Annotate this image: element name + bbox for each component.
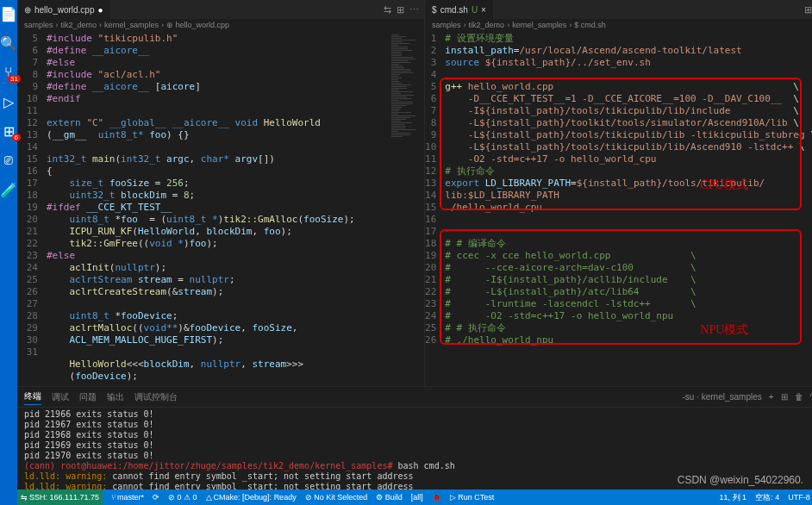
tab-hello-world[interactable]: ⊕ hello_world.cpp ● <box>17 0 110 19</box>
status-build[interactable]: ⚙ Build <box>376 493 403 502</box>
terminal-selector[interactable]: -su · kernel_samples <box>683 392 762 402</box>
modified-dot-icon: ● <box>98 5 103 15</box>
panel-tab-terminal[interactable]: 终端 <box>24 389 41 405</box>
source-control-icon[interactable]: ⑂ <box>0 64 17 81</box>
left-minimap[interactable] <box>390 31 424 386</box>
status-bar: ⇋ SSH: 166.111.71.75 ⑂ master* ⟳ ⊘ 0 ⚠ 0… <box>17 489 812 505</box>
split-terminal-icon[interactable]: ⊞ <box>781 392 788 402</box>
left-editor: ⊕ hello_world.cpp ● ⇆ ⊞ ⋯ samples›tik2_d… <box>17 0 425 386</box>
left-breadcrumbs[interactable]: samples›tik2_demo›kernel_samples›⊕ hello… <box>17 19 424 31</box>
right-gutter: 1234567891011121314151617181920212223242… <box>425 31 441 386</box>
tab-label: hello_world.cpp <box>34 5 95 15</box>
panel-tab-output[interactable]: 输出 <box>107 390 124 405</box>
status-cmake[interactable]: △ CMake: [Debug]: Ready <box>206 493 297 502</box>
left-gutter: 5678910111213141516171819202122232425262… <box>17 31 43 386</box>
status-target[interactable]: [all] <box>411 493 423 502</box>
trash-icon[interactable]: 🗑 <box>795 392 803 402</box>
watermark: CSDN @weixin_54022960. <box>678 474 803 486</box>
status-spaces[interactable]: 空格: 4 <box>755 492 779 503</box>
right-tabs: $ cmd.sh U × ⊞ ⋯ <box>425 0 812 19</box>
split-icon[interactable]: ⊞ <box>397 4 404 16</box>
panel-tab-debug[interactable]: 调试 <box>52 390 69 405</box>
search-icon[interactable]: 🔍 <box>0 34 17 52</box>
status-run[interactable]: ▷ Run CTest <box>450 493 495 502</box>
status-sync[interactable]: ⟳ <box>153 493 159 502</box>
remote-icon[interactable]: ⎚ <box>0 152 17 169</box>
split-icon[interactable]: ⊞ <box>804 4 812 16</box>
compare-icon[interactable]: ⇆ <box>384 4 391 16</box>
panel-tab-debug-console[interactable]: 调试控制台 <box>134 390 178 405</box>
git-status: U <box>472 5 478 15</box>
status-ssh[interactable]: ⇋ SSH: 166.111.71.75 <box>17 489 103 505</box>
left-code[interactable]: #include "tikicpulib.h"#define __aicore_… <box>43 31 390 386</box>
right-code[interactable]: # 设置环境变量install_path=/usr/local/Ascend/a… <box>441 31 812 386</box>
status-encoding[interactable]: UTF-8 <box>788 492 810 503</box>
cpp-file-icon: ⊕ <box>24 5 31 15</box>
testing-icon[interactable]: 🧪 <box>0 181 17 198</box>
more-icon[interactable]: ⋯ <box>409 4 419 16</box>
activity-bar: 📄 🔍 ⑂ ▷ ⊞ ⎚ 🧪 <box>0 0 17 505</box>
extensions-icon[interactable]: ⊞ <box>0 122 17 140</box>
tab-cmd-sh[interactable]: $ cmd.sh U × <box>425 0 493 19</box>
right-breadcrumbs[interactable]: samples›tik2_demo›kernel_samples›$ cmd.s… <box>425 19 812 31</box>
status-position[interactable]: 11, 列 1 <box>720 492 747 503</box>
close-icon[interactable]: × <box>481 5 486 15</box>
right-editor: $ cmd.sh U × ⊞ ⋯ samples›tik2_demo›kerne… <box>425 0 812 386</box>
run-debug-icon[interactable]: ▷ <box>0 93 17 110</box>
shell-file-icon: $ <box>432 5 437 15</box>
tab-label: cmd.sh <box>440 5 468 15</box>
files-icon[interactable]: 📄 <box>0 5 17 22</box>
status-errors[interactable]: ⊘ 0 ⚠ 0 <box>168 493 197 502</box>
new-terminal-icon[interactable]: + <box>769 392 774 402</box>
status-debug-icon[interactable]: 🐞 <box>432 493 441 502</box>
panel-tab-problems[interactable]: 问题 <box>79 390 97 405</box>
status-kit[interactable]: ⊘ No Kit Selected <box>305 493 368 502</box>
status-branch[interactable]: ⑂ master* <box>111 493 144 502</box>
left-tabs: ⊕ hello_world.cpp ● ⇆ ⊞ ⋯ <box>17 0 424 19</box>
